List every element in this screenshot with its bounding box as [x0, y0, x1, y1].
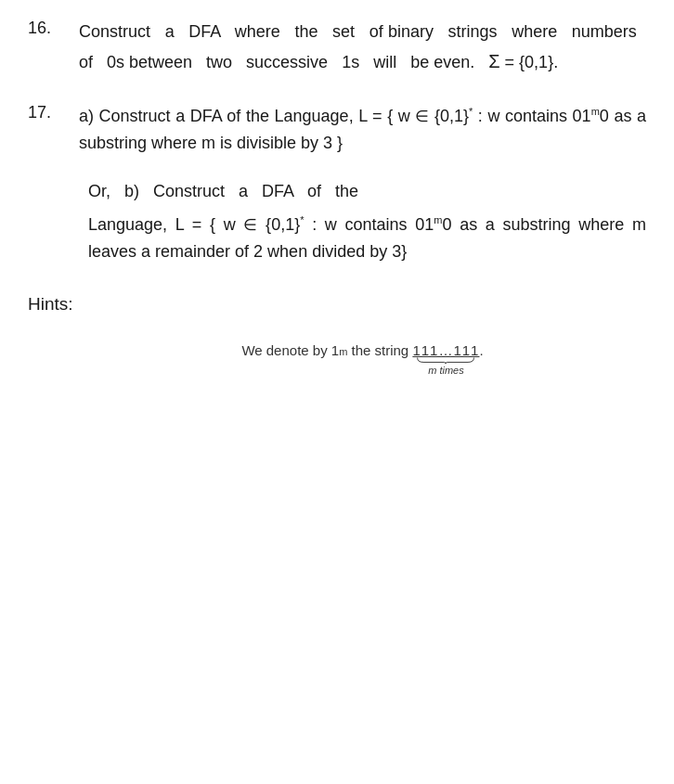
part-b-label: b): [124, 182, 139, 200]
hint-prefix: We denote by 1: [241, 342, 339, 358]
problem-16-number: 16.: [28, 19, 79, 77]
element-symbol: ∈: [415, 108, 429, 125]
p17-number: 17.: [28, 103, 79, 266]
underbrace-label: m times: [428, 365, 464, 376]
hint-formula: We denote by 1m the string 111…111 m tim…: [241, 342, 483, 376]
m-sup-b: m: [434, 214, 442, 225]
star-sup-a: *: [469, 106, 473, 117]
underbrace-wrapper: 111…111 m times: [412, 342, 479, 376]
element-symbol-b: ∈: [243, 216, 257, 234]
problem-16-text: Construct a DFA where the set of binary …: [79, 19, 646, 77]
hint-period: .: [479, 342, 483, 358]
m-sup-a: m: [591, 106, 600, 117]
hints-label: Hints:: [28, 294, 646, 315]
content-area: 16. Construct a DFA where the set of bin…: [28, 19, 646, 376]
p17-part-b: Or, b) Construct a DFA of the Language, …: [79, 178, 646, 266]
p17-part-a: a) Construct a DFA of the Language, L = …: [79, 103, 646, 158]
sigma-symbol: Σ: [488, 51, 499, 71]
p17-header: 17. a) Construct a DFA of the Language, …: [28, 103, 646, 266]
hint-mid: the string: [347, 342, 412, 358]
part-or: Or, b) Construct a DFA of the: [88, 178, 646, 206]
part-a-label: a): [79, 107, 94, 125]
p17-content: a) Construct a DFA of the Language, L = …: [79, 103, 646, 266]
underbrace-svg: [412, 356, 479, 364]
problem-16: 16. Construct a DFA where the set of bin…: [28, 19, 646, 77]
hint-content: We denote by 1m the string 111…111 m tim…: [28, 342, 646, 376]
problem-17: 17. a) Construct a DFA of the Language, …: [28, 103, 646, 266]
star-sup-b: *: [300, 214, 304, 225]
hint-row: We denote by 1m the string 111…111 m tim…: [79, 342, 646, 376]
hints-section: Hints: We denote by 1m the string 111…11…: [28, 294, 646, 376]
